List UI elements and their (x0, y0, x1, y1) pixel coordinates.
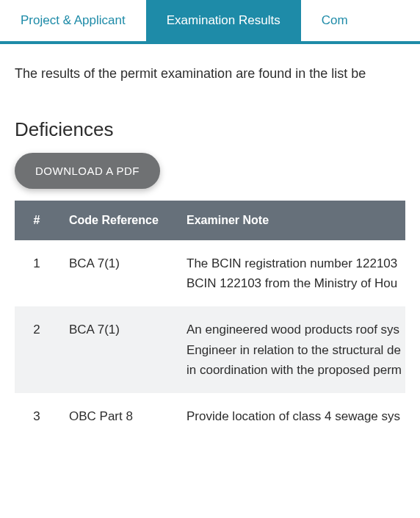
tab-bar: Project & Applicant Examination Results … (0, 0, 420, 44)
note-line: Provide location of class 4 sewage sys (187, 406, 405, 426)
cell-code-reference: OBC Part 8 (59, 393, 176, 439)
col-header-num: # (15, 201, 59, 240)
cell-examiner-note: Provide location of class 4 sewage sys (176, 393, 405, 439)
note-line: in coordination with the proposed perm (187, 360, 405, 380)
table-header-row: # Code Reference Examiner Note (15, 201, 405, 240)
col-header-note: Examiner Note (176, 201, 405, 240)
note-line: The BCIN registration number 122103 (187, 253, 405, 273)
note-line: An engineered wood products roof sys (187, 320, 405, 339)
cell-examiner-note: An engineered wood products roof sysEngi… (176, 306, 405, 393)
tab-examination-results[interactable]: Examination Results (146, 0, 301, 41)
table-row: 1BCA 7(1)The BCIN registration number 12… (15, 240, 405, 306)
tab-project-applicant[interactable]: Project & Applicant (0, 0, 146, 41)
intro-text: The results of the permit examination ar… (15, 66, 405, 82)
deficiencies-table-wrap: # Code Reference Examiner Note 1BCA 7(1)… (15, 201, 405, 439)
download-pdf-button[interactable]: DOWNLOAD A PDF (15, 153, 160, 189)
cell-code-reference: BCA 7(1) (59, 306, 176, 393)
cell-examiner-note: The BCIN registration number 122103BCIN … (176, 240, 405, 306)
section-title-deficiencies: Deficiences (15, 118, 405, 141)
tab-content: The results of the permit examination ar… (0, 44, 420, 439)
table-row: 2BCA 7(1)An engineered wood products roo… (15, 306, 405, 393)
table-row: 3OBC Part 8Provide location of class 4 s… (15, 393, 405, 439)
note-line: Engineer in relation to the structural d… (187, 340, 405, 360)
note-line: BCIN 122103 from the Ministry of Hou (187, 273, 405, 293)
cell-num: 3 (15, 393, 59, 439)
cell-num: 2 (15, 306, 59, 393)
tab-comments[interactable]: Com (301, 0, 369, 41)
cell-num: 1 (15, 240, 59, 306)
cell-code-reference: BCA 7(1) (59, 240, 176, 306)
deficiencies-table: # Code Reference Examiner Note 1BCA 7(1)… (15, 201, 405, 439)
col-header-code: Code Reference (59, 201, 176, 240)
